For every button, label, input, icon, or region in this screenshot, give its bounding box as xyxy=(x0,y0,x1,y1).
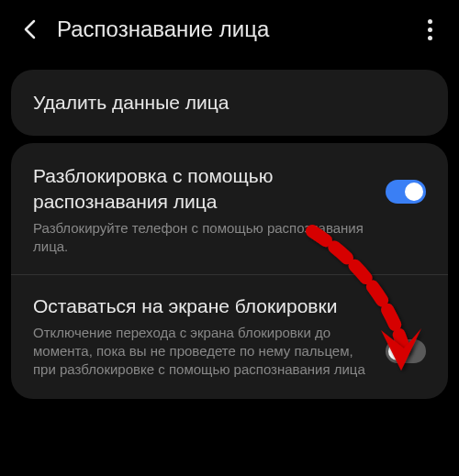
face-unlock-toggle[interactable] xyxy=(386,180,426,204)
delete-face-data-label: Удалить данные лица xyxy=(33,92,426,114)
face-unlock-desc: Разблокируйте телефон с помощью распозна… xyxy=(33,219,371,257)
face-unlock-title: Разблокировка с помощью распознавания ли… xyxy=(33,163,371,216)
stay-lockscreen-setting[interactable]: Оставаться на экране блокировки Отключен… xyxy=(33,293,426,379)
app-header: Распознавание лица xyxy=(0,0,459,62)
divider xyxy=(11,274,448,275)
chevron-left-icon xyxy=(23,19,36,39)
stay-lockscreen-desc: Отключение перехода с экрана блокировки … xyxy=(33,324,371,380)
face-unlock-setting[interactable]: Разблокировка с помощью распознавания ли… xyxy=(33,163,426,256)
stay-lockscreen-title: Оставаться на экране блокировки xyxy=(33,293,371,319)
back-button[interactable] xyxy=(18,18,40,40)
more-icon xyxy=(428,19,432,24)
stay-lockscreen-toggle[interactable] xyxy=(386,339,426,363)
more-options-button[interactable] xyxy=(419,18,441,40)
page-title: Распознавание лица xyxy=(57,17,419,42)
delete-face-data-item[interactable]: Удалить данные лица xyxy=(11,70,448,136)
settings-card: Разблокировка с помощью распознавания ли… xyxy=(11,143,448,399)
